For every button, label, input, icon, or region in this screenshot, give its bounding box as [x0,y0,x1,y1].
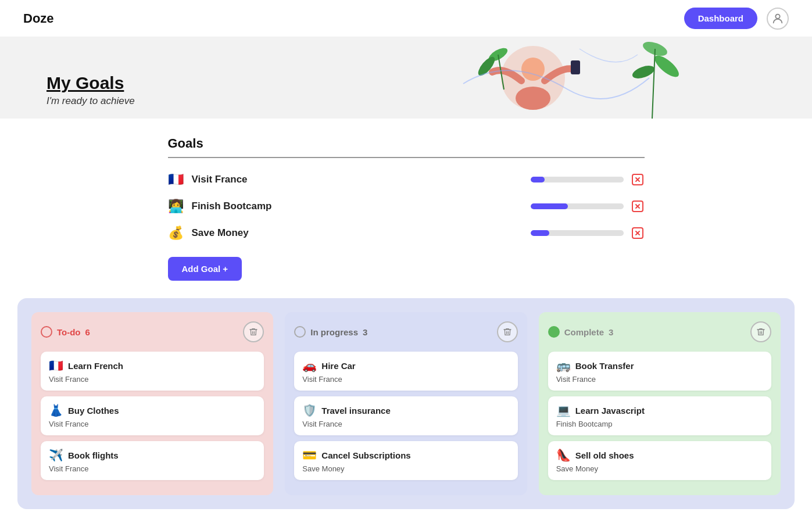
task-card-subtitle: Finish Bootcamp [556,420,763,428]
col-trash-button[interactable] [243,321,264,342]
task-card-title: 🚌 Book Transfer [556,359,763,373]
goal-row-save-money: 💰 Save Money [168,226,645,241]
task-card-subtitle: Visit France [49,464,256,473]
hero-illustration [347,37,754,119]
task-icon: 🇫🇷 [49,359,63,373]
col-count: 3 [609,327,613,337]
task-card-subtitle: Visit France [302,375,509,384]
task-card[interactable]: 👠 Sell old shoes Save Money [548,441,771,480]
task-title: Hire Car [321,361,355,371]
col-title: In progress [310,327,358,337]
delete-goal-button[interactable] [631,199,645,213]
svg-rect-4 [571,60,580,74]
delete-goal-button[interactable] [631,226,645,240]
col-title: To-do [57,327,81,337]
kanban-column-todo: To-do 6 🇫🇷 Learn French Visit [31,312,273,495]
task-card[interactable]: ✈️ Book flights Visit France [41,441,264,480]
task-card[interactable]: 👗 Buy Clothes Visit France [41,396,264,435]
col-status-dot [294,326,306,338]
svg-line-11 [652,49,655,119]
task-icon: 💻 [556,403,571,417]
svg-point-9 [652,52,682,81]
kanban-column-inprogress: In progress 3 🚗 Hire Car Visit [285,312,527,495]
task-card[interactable]: 🚗 Hire Car Visit France [294,352,517,391]
goal-row-finish-bootcamp: 👩‍💻 Finish Bootcamp [168,199,645,214]
col-header-left: Complete 3 [548,326,614,338]
hero-banner: My Goals I'm ready to achieve [0,37,812,119]
add-goal-button[interactable]: Add Goal + [168,257,242,281]
hero-title: My Goals [46,73,135,93]
task-card[interactable]: 💻 Learn Javascript Finish Bootcamp [548,396,771,435]
goal-label: Finish Bootcamp [192,201,531,212]
app-logo: Doze [23,11,54,26]
task-card[interactable]: 💳 Cancel Subscriptions Save Money [294,441,517,480]
col-header: To-do 6 [41,321,264,342]
progress-bar-bg [531,177,624,182]
task-icon: 🚗 [302,359,317,373]
dashboard-button[interactable]: Dashboard [684,8,757,29]
task-card-title: 💻 Learn Javascript [556,403,763,417]
task-card-title: 🛡️ Travel insurance [302,403,509,417]
task-title: Learn Javascript [575,406,645,416]
col-status-dot [41,326,52,338]
svg-point-2 [516,87,550,110]
col-header-left: To-do 6 [41,326,90,338]
col-trash-button[interactable] [750,321,771,342]
delete-goal-button[interactable] [631,173,645,187]
col-header-left: In progress 3 [294,326,367,338]
col-header: Complete 3 [548,321,771,342]
task-title: Travel insurance [321,406,390,416]
progress-bar-fill [531,177,545,182]
task-card[interactable]: 🚌 Book Transfer Visit France [548,352,771,391]
nav-right: Dashboard [684,8,789,30]
goal-progress [531,173,645,187]
task-card-title: 👠 Sell old shoes [556,448,763,462]
col-count: 3 [363,327,367,337]
task-card-subtitle: Save Money [302,464,509,473]
col-trash-button[interactable] [497,321,518,342]
task-title: Learn French [68,361,123,371]
goal-row-visit-france: 🇫🇷 Visit France [168,172,645,187]
goal-emoji: 👩‍💻 [168,199,184,214]
task-card-title: 💳 Cancel Subscriptions [302,448,509,462]
goal-emoji: 💰 [168,226,184,241]
kanban-board: To-do 6 🇫🇷 Learn French Visit [17,298,795,509]
col-header: In progress 3 [294,321,517,342]
user-avatar[interactable] [767,8,789,30]
task-card-subtitle: Visit France [302,420,509,428]
kanban-column-complete: Complete 3 🚌 Book Transfer Vis [539,312,781,495]
progress-bar-bg [531,203,624,209]
col-count: 6 [85,327,90,337]
progress-bar-bg [531,230,624,236]
task-icon: 🛡️ [302,403,317,417]
task-card[interactable]: 🛡️ Travel insurance Visit France [294,396,517,435]
goal-progress [531,199,645,213]
navbar: Doze Dashboard [0,0,812,37]
task-icon: 🚌 [556,359,571,373]
task-icon: ✈️ [49,448,63,462]
goals-section: Goals 🇫🇷 Visit France 👩‍💻 Finish Bootcam… [145,119,668,287]
svg-point-3 [521,58,545,81]
task-card-title: 👗 Buy Clothes [49,403,256,417]
hero-svg [347,37,754,119]
svg-point-10 [631,63,656,81]
hero-subtitle: I'm ready to achieve [46,95,135,107]
goals-list: 🇫🇷 Visit France 👩‍💻 Finish Bootcamp [168,172,645,241]
goal-label: Save Money [192,227,531,239]
goal-progress [531,226,645,240]
col-status-dot [548,326,560,338]
task-card-subtitle: Visit France [49,420,256,428]
hero-text: My Goals I'm ready to achieve [46,73,135,107]
task-card-subtitle: Save Money [556,464,763,473]
progress-bar-fill [531,203,568,209]
progress-bar-fill [531,230,549,236]
task-title: Buy Clothes [68,406,119,416]
goals-heading: Goals [168,136,645,158]
goal-label: Visit France [192,174,531,185]
task-card[interactable]: 🇫🇷 Learn French Visit France [41,352,264,391]
task-card-subtitle: Visit France [556,375,763,384]
task-title: Sell old shoes [575,450,634,460]
task-icon: 👗 [49,403,63,417]
svg-point-0 [775,14,779,18]
col-title: Complete [564,327,604,337]
